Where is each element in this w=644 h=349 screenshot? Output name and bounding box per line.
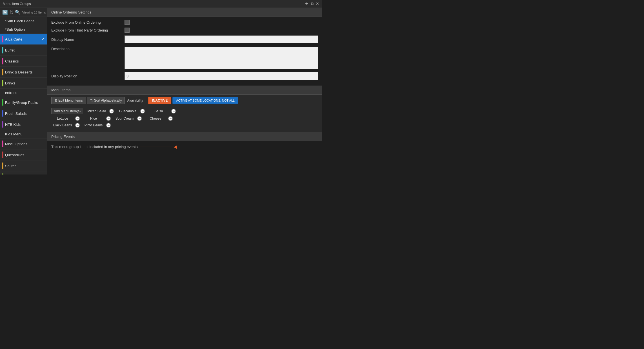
sidebar-item-sub-black-beans[interactable]: *Sub Black Beans — [0, 17, 47, 25]
star-icon[interactable]: ★ — [305, 1, 308, 6]
sort-alphabetically-label: Sort Alphabetically — [94, 99, 122, 102]
search-icon[interactable]: 🔍 — [15, 10, 21, 15]
sour-cream-remove[interactable]: − — [137, 116, 142, 121]
sort-alpha-icon: ⇅ — [90, 99, 93, 102]
guacamole-remove[interactable]: − — [140, 109, 145, 114]
exclude-online-row: Exclude From Online Ordering — [51, 20, 318, 25]
close-icon[interactable]: ✕ — [316, 1, 319, 6]
sidebar-item-label-family-group-packs: Family/Group Packs — [5, 100, 45, 105]
display-position-input[interactable] — [125, 72, 318, 80]
pinto-beans-remove[interactable]: − — [106, 123, 111, 128]
pricing-events-header: Pricing Events — [47, 132, 322, 141]
color-dot-sautes — [2, 162, 3, 169]
sidebar-item-family-group-packs[interactable]: Family/Group Packs — [0, 97, 47, 108]
font-size-icon[interactable]: 🔤 — [2, 10, 8, 15]
sidebar-item-label-drinks: Drinks — [5, 81, 45, 85]
color-dot-quesadillas — [2, 151, 3, 158]
sidebar-item-sub-option[interactable]: *Sub Option — [0, 25, 47, 34]
grid-row-1: Lettuce − Rice − Sour Cream − Cheese − — [51, 116, 318, 121]
guacamole-cell: Guacamole − — [116, 108, 145, 114]
salsa-remove[interactable]: − — [171, 109, 176, 114]
sidebar-item-label-fresh-salads: Fresh Salads — [5, 111, 45, 116]
sidebar-item-label-drink-desserts: Drink & Desserts — [5, 70, 45, 74]
color-dot-fresh-salads — [2, 110, 3, 117]
grid-icon: ⊞ — [54, 99, 57, 102]
display-name-input[interactable] — [125, 35, 318, 43]
color-dot-family-group-packs — [2, 99, 3, 106]
sidebar-item-a-la-carte[interactable]: A La Carte✓ — [0, 34, 47, 45]
sidebar-items-container: *Sub Black Beans*Sub OptionA La Carte✓Bu… — [0, 17, 47, 174]
sidebar-item-label-misc-options: Misc. Options — [5, 142, 45, 146]
black-beans-cell: Black Beans − — [51, 123, 80, 128]
display-name-row: Display Name — [51, 35, 318, 43]
sort-icon[interactable]: ⇅ — [10, 10, 13, 15]
edit-menu-items-label: Edit Menu Items — [58, 99, 83, 102]
sidebar-item-misc-options[interactable]: Misc. Options — [0, 138, 47, 149]
content-area: Online Ordering Settings Exclude From On… — [47, 8, 322, 174]
main-layout: 🔤 ⇅ 🔍 Viewing 18 Items *Sub Black Beans*… — [0, 8, 322, 174]
sidebar-item-drinks[interactable]: Drinks — [0, 78, 47, 89]
color-dot-sides — [2, 173, 3, 174]
exclude-third-party-checkbox[interactable] — [125, 28, 130, 33]
exclude-online-checkbox[interactable] — [125, 20, 130, 25]
sidebar-item-label-buffet: Buffet — [5, 48, 45, 52]
sidebar-item-label-sub-black-beans: *Sub Black Beans — [5, 19, 45, 23]
title-bar-icons: ★ ⧉ ✕ — [305, 1, 319, 6]
sidebar: 🔤 ⇅ 🔍 Viewing 18 Items *Sub Black Beans*… — [0, 8, 47, 174]
lettuce-cell: Lettuce − — [51, 116, 80, 121]
sour-cream-label: Sour Cream — [113, 117, 136, 120]
color-dot-htb-kids — [2, 121, 3, 128]
inactive-button[interactable]: INACTIVE — [148, 97, 171, 104]
sidebar-item-entrees[interactable]: entrees — [0, 89, 47, 97]
sidebar-item-htb-kids[interactable]: HTB Kids — [0, 119, 47, 130]
description-row: Description — [51, 46, 318, 69]
viewing-label: Viewing 18 Items — [22, 11, 46, 14]
description-textarea[interactable] — [125, 47, 318, 69]
sidebar-item-label-kids-menu: Kids Menu — [5, 132, 45, 136]
guacamole-label: Guacamole — [116, 109, 139, 113]
sort-alphabetically-button[interactable]: ⇅ Sort Alphabetically — [87, 97, 125, 104]
active-some-button[interactable]: ACTIVE AT SOME LOCATIONS, NOT ALL — [172, 97, 238, 104]
window-title: Menu Item Groups — [3, 2, 31, 6]
menu-items-toolbar: ⊞ Edit Menu Items ⇅ Sort Alphabetically … — [47, 95, 322, 106]
display-position-label: Display Position — [51, 74, 125, 78]
rice-remove[interactable]: − — [106, 116, 111, 121]
sidebar-item-sautes[interactable]: Sautés — [0, 160, 47, 171]
sidebar-item-buffet[interactable]: Buffet — [0, 45, 47, 56]
sidebar-item-label-entrees: entrees — [5, 91, 45, 95]
sidebar-item-classics[interactable]: Classics — [0, 56, 47, 67]
edit-menu-items-button[interactable]: ⊞ Edit Menu Items — [51, 97, 86, 104]
color-dot-drink-desserts — [2, 69, 3, 75]
checkmark-a-la-carte: ✓ — [41, 37, 45, 41]
sidebar-item-drink-desserts[interactable]: Drink & Desserts — [0, 67, 47, 78]
lettuce-label: Lettuce — [51, 117, 74, 120]
mixed-salad-cell: Mixed Salad − — [85, 108, 114, 114]
black-beans-label: Black Beans — [51, 123, 74, 127]
sidebar-item-quesadillas[interactable]: Quesadillas — [0, 149, 47, 160]
mixed-salad-label: Mixed Salad — [85, 109, 108, 113]
cheese-remove[interactable]: − — [168, 116, 173, 121]
lettuce-remove[interactable]: − — [75, 116, 80, 121]
black-beans-remove[interactable]: − — [75, 123, 80, 128]
color-dot-misc-options — [2, 140, 3, 147]
display-position-row: Display Position — [51, 72, 318, 80]
online-ordering-settings: Exclude From Online Ordering Exclude Fro… — [47, 17, 322, 86]
sidebar-item-fresh-salads[interactable]: Fresh Salads — [0, 108, 47, 119]
color-dot-a-la-carte — [2, 36, 3, 42]
add-menu-item-button[interactable]: Add Menu Item(s) — [51, 108, 83, 114]
menu-items-grid: Add Menu Item(s) Mixed Salad − Guacamole… — [47, 106, 322, 132]
sidebar-item-label-classics: Classics — [5, 59, 45, 63]
online-ordering-header: Online Ordering Settings — [47, 8, 322, 17]
sour-cream-cell: Sour Cream − — [113, 116, 142, 121]
sidebar-item-kids-menu[interactable]: Kids Menu — [0, 130, 47, 138]
rice-cell: Rice − — [82, 116, 111, 121]
pricing-arrow: ◀ — [140, 144, 177, 149]
color-dot-classics — [2, 58, 3, 64]
maximize-icon[interactable]: ⧉ — [311, 1, 314, 6]
sidebar-item-label-sub-option: *Sub Option — [5, 27, 45, 32]
mixed-salad-remove[interactable]: − — [109, 109, 114, 114]
sidebar-item-label-htb-kids: HTB Kids — [5, 122, 45, 127]
color-dot-buffet — [2, 47, 3, 53]
sidebar-item-sides[interactable]: Sides — [0, 171, 47, 174]
rice-label: Rice — [82, 117, 105, 120]
